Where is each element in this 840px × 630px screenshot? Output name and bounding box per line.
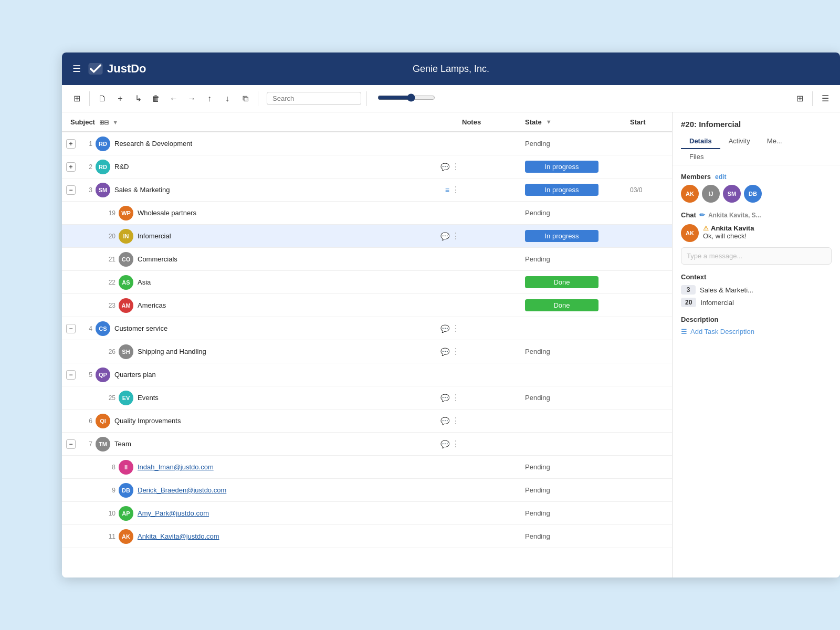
collapse-btn[interactable]: − (66, 370, 76, 380)
row-dots[interactable]: ⋮ (452, 323, 460, 333)
task-row[interactable]: 10 AP Amy_Park@justdo.com Pending (62, 502, 672, 525)
indent-right-icon[interactable]: ↳ (131, 91, 145, 106)
row-start: 03/0 (630, 186, 672, 194)
logo-text: JustDo (107, 62, 146, 76)
task-row[interactable]: 25 EV Events 💬⋮ Pending (62, 386, 672, 410)
zoom-slider-input[interactable] (377, 93, 435, 102)
row-subject: R&D (114, 163, 440, 171)
row-state: In progress (525, 230, 630, 242)
context-num-2: 20 (681, 298, 696, 307)
task-row[interactable]: + 1 RD Research & Development Pending (62, 132, 672, 155)
task-row[interactable]: 11 AK Ankita_Kavita@justdo.com Pending (62, 525, 672, 548)
th-subject: Subject ⊞⊟ ▼ (62, 118, 462, 126)
task-row[interactable]: − 7 TM Team 💬⋮ (62, 433, 672, 456)
row-state: In progress (525, 161, 630, 173)
row-dots[interactable]: ⋮ (452, 346, 460, 356)
chat-edit-icon[interactable]: ✏ (699, 211, 705, 219)
task-row[interactable]: 26 SH Shipping and Handling 💬⋮ Pending (62, 340, 672, 363)
description-section: Description ☰ Add Task Description (681, 316, 832, 335)
th-start: Start (630, 118, 672, 126)
row-num: 20 (101, 233, 116, 240)
row-dots[interactable]: ⋮ (452, 162, 460, 172)
grid-view-icon[interactable]: ⊞ (69, 91, 84, 106)
delete-icon[interactable]: 🗑 (149, 91, 163, 106)
state-badge: In progress (525, 230, 598, 242)
task-row[interactable]: 19 WP Wholesale partners Pending (62, 202, 672, 225)
desc-icon: ☰ (681, 328, 687, 335)
arrow-up-icon[interactable]: ↑ (202, 91, 217, 106)
row-state: Pending (525, 532, 630, 540)
state-badge: Done (525, 276, 598, 288)
members-edit-link[interactable]: edit (715, 173, 726, 181)
add-icon[interactable]: + (113, 91, 128, 106)
row-avatar: SM (96, 183, 110, 197)
task-row[interactable]: 20 IN Infomercial 💬⋮ In progress (62, 225, 672, 248)
task-row[interactable]: 23 AM Americas Done (62, 294, 672, 317)
collapse-btn[interactable]: − (66, 439, 76, 449)
toolbar-separator-2 (258, 91, 258, 106)
state-text: Pending (525, 140, 550, 148)
view-toggle-icon[interactable]: ⊞ (792, 91, 807, 106)
task-row[interactable]: 6 QI Quality Improvements 💬⋮ (62, 410, 672, 433)
task-row[interactable]: 22 AS Asia Done (62, 271, 672, 294)
state-filter-icon[interactable]: ▼ (546, 119, 552, 125)
arrow-down-icon[interactable]: ↓ (220, 91, 235, 106)
collapse-btn[interactable]: − (66, 324, 76, 333)
row-num: 11 (101, 533, 116, 540)
state-text: Pending (525, 394, 550, 402)
task-row[interactable]: − 3 SM Sales & Marketing ≡⋮ In progress … (62, 178, 672, 202)
search-box[interactable] (267, 92, 361, 105)
row-dots[interactable]: ⋮ (452, 439, 460, 449)
row-dots[interactable]: ⋮ (452, 231, 460, 241)
row-subject: Quality Improvements (114, 417, 440, 425)
task-list: Subject ⊞⊟ ▼ Notes State ▼ Start (62, 112, 672, 578)
arrow-right-icon[interactable]: → (184, 91, 199, 106)
task-row[interactable]: − 5 QP Quarters plan (62, 363, 672, 386)
row-avatar: RD (96, 136, 110, 151)
task-row[interactable]: 21 CO Commercials Pending (62, 248, 672, 271)
chat-msg-name-1: ⚠ Ankita Kavita (703, 224, 754, 232)
task-row[interactable]: + 2 RD R&D 💬⋮ In progress (62, 155, 672, 178)
table-header: Subject ⊞⊟ ▼ Notes State ▼ Start (62, 112, 672, 132)
chat-input[interactable]: Type a message... (681, 247, 832, 265)
doc-icon: ≡ (445, 186, 449, 194)
arrow-left-icon[interactable]: ← (166, 91, 181, 106)
row-dots[interactable]: ⋮ (452, 185, 460, 195)
th-filter-icon[interactable]: ▼ (112, 119, 118, 125)
expand-btn[interactable]: + (66, 139, 76, 149)
settings-icon[interactable]: ☰ (818, 91, 833, 106)
tab-details[interactable]: Details (681, 134, 720, 149)
duplicate-icon[interactable]: ⧉ (238, 91, 253, 106)
task-row[interactable]: 9 DB Derick_Braeden@justdo.com Pending (62, 479, 672, 502)
state-badge: Done (525, 299, 598, 311)
tab-activity[interactable]: Activity (720, 134, 759, 149)
add-description-link[interactable]: ☰ Add Task Description (681, 328, 832, 335)
state-badge: In progress (525, 184, 598, 196)
zoom-control[interactable] (377, 93, 435, 103)
row-num: 19 (101, 209, 116, 217)
row-num: 23 (101, 302, 116, 309)
collapse-btn[interactable]: − (66, 185, 76, 195)
members-title: Members edit (681, 173, 832, 181)
expand-btn[interactable]: + (66, 162, 76, 172)
row-avatar: AM (119, 298, 133, 313)
menu-icon[interactable]: ☰ (72, 63, 81, 75)
context-num-1: 3 (681, 285, 696, 295)
row-dots[interactable]: ⋮ (452, 393, 460, 403)
company-name: Genie Lamps, Inc. (413, 64, 489, 75)
row-subject: Indah_Iman@justdo.com (138, 463, 462, 471)
th-state: State ▼ (525, 118, 630, 126)
row-avatar: QI (96, 414, 110, 428)
search-input[interactable] (272, 94, 355, 102)
row-subject: Amy_Park@justdo.com (138, 509, 462, 517)
task-row[interactable]: − 4 CS Customer service 💬⋮ (62, 317, 672, 340)
row-dots[interactable]: ⋮ (452, 416, 460, 426)
members-row: AK IJ SM DB (681, 185, 832, 203)
row-num: 4 (78, 325, 92, 332)
tab-files[interactable]: Files (681, 149, 832, 165)
new-doc-icon[interactable]: 🗋 (95, 91, 110, 106)
row-avatar: EV (119, 391, 133, 405)
tab-me[interactable]: Me... (759, 134, 791, 149)
th-add-icon[interactable]: ⊞⊟ (99, 119, 109, 125)
task-row[interactable]: 8 II Indah_Iman@justdo.com Pending (62, 456, 672, 479)
